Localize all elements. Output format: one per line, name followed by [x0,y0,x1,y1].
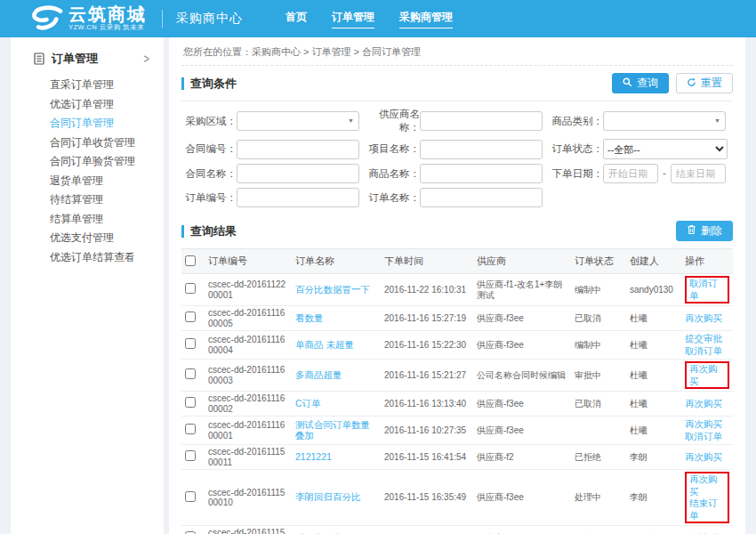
column-header: 订单名称 [292,249,381,274]
sidebar-item[interactable]: 退货单管理 [11,172,164,191]
results-table-header-row: 订单编号订单名称下单时间供应商订单状态创建人操作 [181,249,733,274]
query-section-title: 查询条件 [181,76,237,92]
contract-no-input[interactable] [237,140,359,159]
row-checkbox[interactable] [185,450,196,461]
action-link[interactable]: 取消订单 [689,278,725,302]
order-name-link[interactable]: 李朗回归百分比 [295,491,361,502]
sidebar-group-order-management[interactable]: 订单管理 > [11,37,164,76]
nav-item[interactable]: 采购商管理 [399,10,453,28]
status-cell: 已取消 [571,392,626,417]
order-name-link[interactable]: 测试合同订单数量叠加 [295,419,370,441]
actions-cell: 提交审批取消订单 [681,331,733,360]
action-link[interactable]: 再次购买 [685,451,722,464]
order-time-cell: 2016-11-15 16:35:49 [381,470,473,526]
nav-item[interactable]: 首页 [286,10,307,28]
row-checkbox[interactable] [185,397,196,408]
actions-cell: 再次购买 [681,445,733,470]
order-number-cell: cscec-dd-2016111600001 [205,417,292,445]
action-link[interactable]: 再次购买 [685,418,722,431]
action-links: 再次购买 [685,312,722,325]
action-link[interactable]: 结束订单 [689,498,725,522]
order-name-cell: 看数量 [292,306,381,331]
product-name-input[interactable] [420,164,543,183]
start-date-input[interactable] [603,164,658,183]
action-link[interactable]: 再次购买 [685,398,722,410]
order-name-link[interactable]: 多商品超量 [295,369,342,380]
order-number-cell: cscec-dd-2016111500009 [205,526,292,534]
project-name-input[interactable] [420,140,543,159]
row-checkbox[interactable] [185,368,196,379]
row-checkbox[interactable] [185,424,196,434]
status-cell: 处理中 [571,470,626,526]
creator-cell: 李朗 [626,470,681,526]
order-number-cell: cscec-dd-2016111600002 [205,392,292,417]
action-link[interactable]: 取消订单 [685,345,722,358]
row-checkbox[interactable] [185,338,196,349]
action-link[interactable]: 再次购买 [689,363,725,387]
select-all-checkbox[interactable] [185,255,196,266]
order-number-cell: cscec-dd-2016111600003 [205,360,292,392]
action-link[interactable]: 取消订单 [685,431,722,443]
sidebar-item[interactable]: 优选支付管理 [11,229,164,248]
action-links: 再次购买 [685,451,722,464]
brand-logo: 云筑商城 YZW.CN 云采购 筑未来 [28,4,147,33]
sidebar-item[interactable]: 合同订单管理 [11,114,164,134]
delete-button-label: 删除 [701,223,722,239]
supplier-cell: 供应商-f1-改名1+李朗测试 [473,274,571,306]
supplier-cell: 公司名称合同时候编辑 [473,360,571,392]
column-header: 创建人 [626,249,681,274]
purchase-area-dropdown[interactable] [237,111,359,131]
results-section-header: 查询结果 删除 [181,214,733,248]
order-name-input[interactable] [420,188,543,207]
end-date-input[interactable] [671,164,726,183]
row-select-cell [181,470,205,526]
row-checkbox[interactable] [185,491,196,502]
table-row: cscec-dd-2016111600002C订单2016-11-16 13:1… [181,392,733,417]
order-status-select[interactable]: --全部-- [603,139,728,159]
sidebar-item[interactable]: 直采订单管理 [11,76,164,95]
order-name-cell: 李朗回归百分比 [292,470,381,526]
contract-name-input[interactable] [237,164,359,183]
chevron-right-icon: > [144,52,149,66]
order-name-cell: 单商品 未超量 [292,331,381,360]
reset-button[interactable]: 重置 [676,73,733,93]
query-title-text: 查询条件 [190,76,237,92]
sidebar: 订单管理 > 直采订单管理优选订单管理合同订单管理合同订单收货管理合同订单验货管… [11,37,164,534]
action-link[interactable]: 再次购买 [689,473,725,498]
sidebar-item[interactable]: 结算单管理 [11,210,164,230]
order-time-cell: 2016-11-22 16:10:31 [381,274,473,306]
order-number-cell: cscec-dd-2016111600004 [205,331,292,360]
results-title-text: 查询结果 [190,223,237,239]
nav-item[interactable]: 订单管理 [332,10,374,28]
order-name-cell: C订单 [292,392,381,417]
supplier-name-input[interactable] [420,111,543,131]
order-name-link[interactable]: 看数量 [295,312,324,323]
results-table: 订单编号订单名称下单时间供应商订单状态创建人操作 cscec-dd-201611… [181,248,733,534]
order-no-input[interactable] [237,188,359,207]
breadcrumb: 您所在的位置：采购商中心 > 订单管理 > 合同订单管理 [181,37,733,66]
search-button[interactable]: 查询 [612,73,669,93]
sidebar-item[interactable]: 合同订单收货管理 [11,134,164,153]
category-dropdown[interactable] [603,111,726,131]
sidebar-item[interactable]: 优选订单结算查看 [11,248,164,268]
sidebar-item[interactable]: 待结算管理 [11,190,164,210]
order-name-link[interactable]: C订单 [295,398,321,409]
order-name-link[interactable]: 2121221 [295,451,332,462]
order-time-cell: 2016-11-16 15:22:30 [381,331,473,360]
sidebar-item[interactable]: 合同订单验货管理 [11,152,164,172]
row-select-cell [181,306,205,331]
sidebar-item[interactable]: 优选订单管理 [11,95,164,115]
actions-cell: 取消订单 [681,274,733,306]
purchase-area-label: 采购区域： [181,115,237,128]
order-name-link[interactable]: 百分比数据冒一下 [295,284,370,295]
logo-title: 云筑商城 [68,6,147,23]
order-name-label: 订单名称： [365,191,420,205]
creator-cell: 杜曦 [626,360,681,392]
action-link[interactable]: 提交审批 [685,333,722,345]
order-number-cell: cscec-dd-2016112200001 [205,274,292,306]
delete-button[interactable]: 删除 [676,221,733,241]
row-checkbox[interactable] [185,283,196,294]
row-checkbox[interactable] [185,312,196,322]
order-name-link[interactable]: 单商品 未超量 [295,339,354,350]
action-link[interactable]: 再次购买 [685,312,722,325]
